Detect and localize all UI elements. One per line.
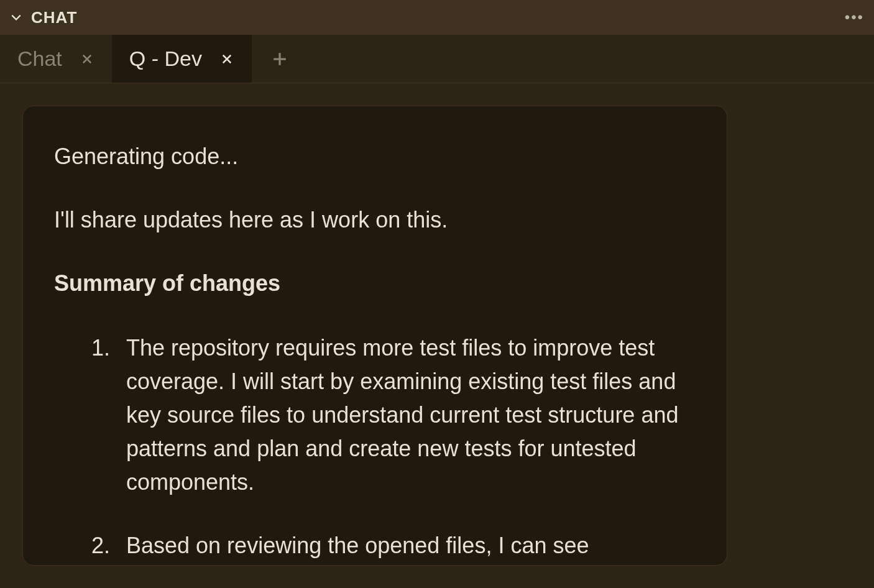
status-text: Generating code...	[54, 144, 696, 170]
panel-title: CHAT	[31, 8, 77, 27]
header-right-group: •••	[845, 9, 864, 26]
summary-list: The repository requires more test files …	[54, 331, 696, 563]
list-item: Based on reviewing the opened files, I c…	[91, 529, 696, 563]
content-area: Generating code... I'll share updates he…	[0, 83, 874, 588]
close-icon[interactable]	[219, 52, 234, 67]
close-icon[interactable]	[80, 52, 94, 67]
message-card: Generating code... I'll share updates he…	[22, 106, 727, 566]
summary-heading: Summary of changes	[54, 270, 696, 296]
tab-bar: Chat Q - Dev	[0, 35, 874, 83]
tab-chat[interactable]: Chat	[0, 35, 112, 83]
panel-header: CHAT •••	[0, 0, 874, 35]
tab-q-dev[interactable]: Q - Dev	[112, 35, 252, 83]
add-tab-button[interactable]	[252, 35, 308, 83]
tab-label: Chat	[17, 47, 62, 71]
header-left-group: CHAT	[10, 8, 77, 27]
tab-label: Q - Dev	[129, 47, 202, 71]
more-icon[interactable]: •••	[845, 9, 864, 26]
chevron-down-icon[interactable]	[10, 11, 22, 24]
update-text: I'll share updates here as I work on thi…	[54, 207, 696, 233]
list-item: The repository requires more test files …	[91, 331, 696, 499]
